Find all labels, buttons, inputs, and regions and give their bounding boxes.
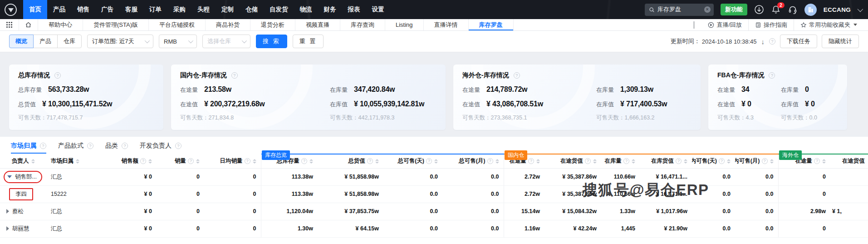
global-search[interactable]: ×: [645, 4, 714, 16]
help-icon[interactable]: [367, 158, 373, 164]
home-icon[interactable]: [19, 19, 38, 30]
operation-guide-link[interactable]: 操作指南: [749, 21, 794, 29]
notifications-bell-icon[interactable]: 2: [771, 5, 781, 15]
tab-return-analysis[interactable]: 退货分析: [250, 19, 295, 30]
help-icon[interactable]: [175, 143, 181, 149]
download-tasks-button[interactable]: 下载任务: [780, 35, 817, 48]
help-icon[interactable]: [814, 158, 820, 164]
help-icon[interactable]: [623, 158, 629, 164]
help-icon[interactable]: [514, 72, 520, 79]
col-header-domestic-sellable-months[interactable]: 国内可售(月): [735, 154, 778, 168]
help-icon[interactable]: [140, 158, 146, 164]
tab-help-center[interactable]: 帮助中心: [38, 19, 83, 30]
help-icon[interactable]: [301, 158, 307, 164]
nav-item-warehouse[interactable]: 仓储: [240, 0, 264, 19]
col-header-domestic-stock-qty[interactable]: 在库量: [601, 154, 640, 168]
col-header-sales-qty[interactable]: 销量: [157, 154, 204, 168]
tab-store-auth[interactable]: 平台店铺授权: [149, 19, 206, 30]
col-header-total-value[interactable]: 总货值: [318, 154, 383, 168]
sort-icon[interactable]: [309, 159, 313, 164]
sort-icon[interactable]: [375, 159, 379, 164]
order-range-select[interactable]: 订单范围: 近7天: [87, 35, 153, 48]
account-chevron-down-icon[interactable]: [858, 6, 863, 12]
tab-product-style[interactable]: 产品款式: [58, 142, 93, 154]
help-icon[interactable]: [188, 158, 194, 164]
nav-item-ads[interactable]: 广告: [95, 0, 119, 19]
hide-stats-button[interactable]: 隐藏统计: [822, 35, 859, 48]
help-icon[interactable]: [769, 38, 775, 45]
view-product-button[interactable]: 产品: [33, 35, 58, 48]
sort-icon[interactable]: [253, 159, 256, 164]
col-header-daily-avg-sales[interactable]: 日均销量: [204, 154, 261, 168]
nav-item-home[interactable]: 首页: [23, 0, 47, 19]
col-header-total-sellable-days[interactable]: 总可售(天): [383, 154, 442, 168]
col-header-domestic-sellable-days[interactable]: 国内可售(天): [692, 154, 735, 168]
owner-name[interactable]: 销售部...: [15, 173, 37, 181]
help-icon[interactable]: [762, 158, 768, 164]
sort-icon[interactable]: [727, 159, 731, 164]
nav-item-finance[interactable]: 财务: [318, 0, 342, 19]
nav-item-sales[interactable]: 销售: [71, 0, 95, 19]
download-arrow-icon[interactable]: ↓: [761, 38, 765, 45]
col-header-total-sellable-months[interactable]: 总可售(月): [442, 154, 504, 168]
sort-icon[interactable]: [495, 159, 499, 164]
help-icon[interactable]: [426, 158, 432, 164]
col-header-market[interactable]: 市场归属: [50, 154, 104, 168]
nav-item-reports[interactable]: 报表: [342, 0, 366, 19]
help-icon[interactable]: [676, 158, 682, 164]
nav-item-custom[interactable]: 定制: [216, 0, 240, 19]
clear-search-icon[interactable]: ×: [704, 6, 711, 13]
tab-replenishment[interactable]: 商品补货: [206, 19, 250, 30]
help-icon[interactable]: [54, 72, 61, 79]
col-header-overseas-transit-value[interactable]: 在途货值: [830, 154, 868, 168]
owner-name[interactable]: 蔡松: [12, 208, 24, 215]
view-warehouse-button[interactable]: 仓库: [57, 35, 82, 48]
owner-name[interactable]: 胡丽慧: [12, 225, 29, 233]
help-icon[interactable]: [231, 72, 238, 79]
help-icon[interactable]: [719, 158, 725, 164]
search-button[interactable]: 搜 索: [256, 35, 287, 48]
tabs-collapse-chevron-icon[interactable]: [687, 21, 701, 28]
tab-listing[interactable]: Listing: [385, 19, 424, 30]
sort-icon[interactable]: [632, 159, 635, 164]
sort-icon[interactable]: [31, 159, 35, 164]
sort-icon[interactable]: [770, 159, 774, 164]
nav-item-product[interactable]: 产品: [47, 0, 71, 19]
warehouse-select[interactable]: 选择仓库: [202, 35, 250, 48]
favorites-menu[interactable]: 常用功能收藏夹: [794, 21, 863, 29]
help-icon[interactable]: [87, 143, 93, 149]
collapse-caret-icon[interactable]: [7, 175, 12, 178]
help-icon[interactable]: [245, 158, 250, 164]
nav-item-firstleg[interactable]: 头程: [191, 0, 216, 19]
nav-item-settings[interactable]: 设置: [366, 0, 390, 19]
help-icon[interactable]: [528, 158, 534, 164]
owner-name[interactable]: 李四: [15, 191, 27, 197]
apps-grid-icon[interactable]: [0, 19, 19, 30]
tab-video-live[interactable]: 视频直播: [295, 19, 340, 30]
download-center-icon[interactable]: [754, 5, 764, 15]
nav-item-service[interactable]: 客服: [119, 0, 143, 19]
nav-item-purchase[interactable]: 采购: [167, 0, 191, 19]
sort-icon[interactable]: [536, 159, 540, 164]
tab-inventory-query[interactable]: 库存查询: [340, 19, 385, 30]
new-feature-button[interactable]: 新功能: [721, 4, 747, 15]
account-name[interactable]: ECCANG: [824, 6, 851, 13]
help-icon[interactable]: [122, 143, 128, 149]
user-avatar[interactable]: [804, 4, 817, 16]
tab-inventory-compass[interactable]: 库存罗盘: [469, 19, 514, 30]
sort-icon[interactable]: [822, 159, 826, 164]
support-headset-icon[interactable]: [788, 5, 798, 15]
sort-icon[interactable]: [684, 159, 687, 164]
help-icon[interactable]: [40, 143, 46, 149]
sort-icon[interactable]: [593, 159, 597, 164]
tab-dev-owner[interactable]: 开发负责人: [140, 142, 181, 154]
view-overview-button[interactable]: 概览: [9, 35, 34, 48]
nav-item-logistics[interactable]: 物流: [294, 0, 318, 19]
col-header-owner[interactable]: 负责人: [0, 154, 50, 168]
sort-icon[interactable]: [148, 159, 152, 164]
col-header-domestic-transit-value[interactable]: 在途货值: [544, 154, 601, 168]
search-input[interactable]: [657, 6, 701, 13]
nav-item-orders[interactable]: 订单: [143, 0, 167, 19]
sort-icon[interactable]: [196, 159, 200, 164]
expand-caret-icon[interactable]: [6, 209, 9, 214]
